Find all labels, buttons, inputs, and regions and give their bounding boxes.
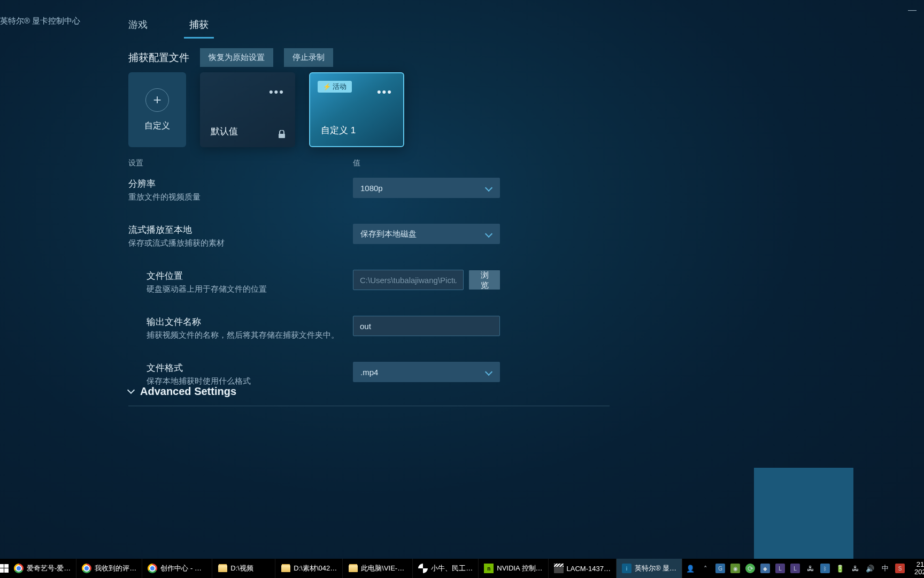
taskbar-item-label: 小牛、民工… <box>431 564 473 573</box>
taskbar-item[interactable]: i英特尔® 显… <box>617 559 682 578</box>
minimize-button[interactable]: — <box>908 5 917 6</box>
taskbar-clock[interactable]: 21: 202 <box>912 561 924 576</box>
windows-icon <box>0 564 9 573</box>
chevron-down-icon <box>485 230 492 238</box>
clap-icon <box>554 564 564 573</box>
setting-title: 流式播放至本地 <box>128 224 353 236</box>
setting-output-name: 输出文件名称 捕获视频文件的名称，然后将其存储在捕获文件夹中。 <box>128 316 620 340</box>
tray-shield-icon[interactable]: ◆ <box>760 564 770 573</box>
svg-rect-0 <box>279 134 285 138</box>
profile-custom-add[interactable]: + 自定义 <box>128 72 186 147</box>
profile-default-label: 默认值 <box>211 125 238 138</box>
profile-custom-label: 自定义 <box>144 120 170 132</box>
tray-nvidia-icon[interactable]: ◉ <box>730 564 740 573</box>
stop-recording-button[interactable]: 停止录制 <box>284 48 333 67</box>
taskbar-item[interactable]: 小牛、民工… <box>413 559 479 578</box>
tray-battery-icon[interactable]: 🔋 <box>835 564 845 573</box>
profile-custom-1[interactable]: ⚡ 活动 ••• 自定义 1 <box>309 72 404 147</box>
output-name-input[interactable] <box>353 316 500 336</box>
setting-title: 分辨率 <box>128 178 353 190</box>
taskbar-item[interactable]: 我收到的评… <box>76 559 142 578</box>
tray-up-icon[interactable]: ˄ <box>700 564 710 573</box>
file-location-input[interactable] <box>353 270 464 290</box>
advanced-settings-toggle[interactable]: Advanced Settings <box>128 385 236 398</box>
setting-title: 文件格式 <box>147 362 353 374</box>
setting-file-format: 文件格式 保存本地捕获时使用什么格式 .mp4 <box>128 362 620 386</box>
profile-default[interactable]: ••• 默认值 <box>200 72 295 147</box>
folder-icon <box>218 564 227 573</box>
tray-volume-icon[interactable]: 🔊 <box>865 564 875 573</box>
section-title: 捕获配置文件 <box>128 51 189 65</box>
tray-sogou-icon[interactable]: S <box>895 564 905 573</box>
file-format-dropdown[interactable]: .mp4 <box>353 362 500 382</box>
taskbar-item-label: 创作中心 - G… <box>160 564 206 573</box>
taskbar-item[interactable]: 此电脑\VIE-L… <box>343 559 413 578</box>
taskbar-item-label: 我收到的评… <box>95 564 136 573</box>
chrome-icon <box>14 564 24 573</box>
chrome-icon <box>82 564 91 573</box>
settings-grid: 设置 值 分辨率 重放文件的视频质量 1080p 流式播放至本地 保存或流式播放… <box>128 158 620 408</box>
tray-people-icon[interactable]: 👤 <box>686 564 695 573</box>
stream-local-dropdown[interactable]: 保存到本地磁盘 <box>353 224 500 244</box>
more-icon[interactable]: ••• <box>377 85 392 99</box>
chevron-down-icon <box>128 389 135 395</box>
tray-network-icon[interactable]: 🖧 <box>805 564 815 573</box>
restore-defaults-button[interactable]: 恢复为原始设置 <box>200 48 273 67</box>
setting-title: 文件位置 <box>147 270 353 282</box>
taskbar-item-label: D:\素材\042… <box>294 564 337 573</box>
dropdown-value: .mp4 <box>360 368 378 377</box>
taskbar-item[interactable]: D:\视频 <box>212 559 275 578</box>
section-header: 捕获配置文件 恢复为原始设置 停止录制 <box>128 48 333 67</box>
tray-bluetooth-icon[interactable]: ᛒ <box>820 564 830 573</box>
plus-icon: + <box>145 88 169 112</box>
chevron-down-icon <box>485 368 492 376</box>
dropdown-value: 1080p <box>360 184 383 193</box>
svg-rect-4 <box>4 568 9 573</box>
tray-logitech-icon[interactable]: G <box>715 564 725 573</box>
setting-desc: 硬盘驱动器上用于存储文件的位置 <box>147 284 353 294</box>
taskbar-item-label: 此电脑\VIE-L… <box>361 564 407 573</box>
system-tray: 👤 ˄ G ◉ ⟳ ◆ L L 🖧 ᛒ 🔋 🖧 🔊 中 S 21: 202 <box>682 559 924 578</box>
setting-desc: 捕获视频文件的名称，然后将其存储在捕获文件夹中。 <box>147 330 353 340</box>
nvidia-icon: n <box>484 564 494 573</box>
setting-stream-local: 流式播放至本地 保存或流式播放捕获的素材 保存到本地磁盘 <box>128 224 620 248</box>
svg-rect-2 <box>4 564 9 568</box>
taskbar-item-label: LACM-1437… <box>567 565 611 573</box>
more-icon[interactable]: ••• <box>269 85 284 99</box>
taskbar-item[interactable]: 创作中心 - G… <box>142 559 212 578</box>
taskbar-item-label: NVIDIA 控制… <box>497 564 542 573</box>
tab-game[interactable]: 游戏 <box>128 13 148 39</box>
folder-icon <box>281 564 290 573</box>
start-button[interactable] <box>0 559 9 578</box>
tray-ime[interactable]: 中 <box>880 564 890 573</box>
tab-capture[interactable]: 捕获 <box>189 13 209 39</box>
column-header-value: 值 <box>353 158 620 168</box>
taskbar-item[interactable]: 爱奇艺号-爱… <box>9 559 76 578</box>
profile-active-label: 自定义 1 <box>321 124 356 136</box>
active-badge: ⚡ 活动 <box>318 81 352 93</box>
active-badge-text: 活动 <box>333 82 346 92</box>
tray-lav-icon[interactable]: L <box>775 564 785 573</box>
chrome-icon <box>148 564 157 573</box>
taskbar-item[interactable]: nNVIDIA 控制… <box>479 559 548 578</box>
divider <box>128 406 610 406</box>
taskbar-item-label: 英特尔® 显… <box>635 564 676 573</box>
chevron-down-icon <box>485 184 492 192</box>
bolt-icon: ⚡ <box>323 83 331 90</box>
app-title: 英特尔® 显卡控制中心 <box>0 16 80 26</box>
hover-overlay <box>754 468 853 559</box>
tray-wifi-icon[interactable]: 🖧 <box>850 564 860 573</box>
niuniu-icon <box>418 564 428 573</box>
taskbar-item[interactable]: D:\素材\042… <box>275 559 343 578</box>
dropdown-value: 保存到本地磁盘 <box>360 229 417 239</box>
tray-spin-icon[interactable]: ⟳ <box>745 564 755 573</box>
tray-lav2-icon[interactable]: L <box>790 564 800 573</box>
intel-icon: i <box>622 564 632 573</box>
tab-bar: 游戏 捕获 <box>128 13 209 39</box>
resolution-dropdown[interactable]: 1080p <box>353 178 500 198</box>
svg-rect-3 <box>0 568 4 573</box>
browse-button[interactable]: 浏览 <box>469 270 500 290</box>
taskbar-item-label: D:\视频 <box>230 564 253 573</box>
taskbar-item-label: 爱奇艺号-爱… <box>27 564 71 573</box>
taskbar-item[interactable]: LACM-1437… <box>549 559 617 578</box>
